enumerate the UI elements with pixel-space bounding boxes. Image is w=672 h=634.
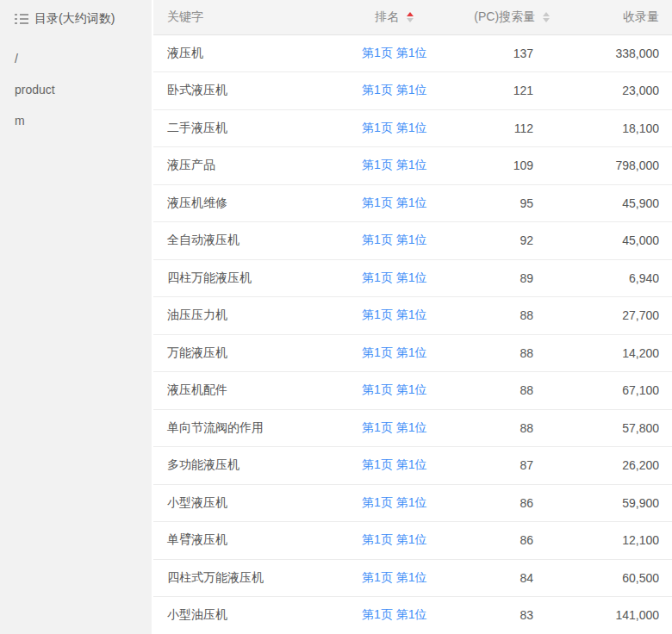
column-header-indexed-label: 收录量 bbox=[623, 9, 659, 23]
keyword-cell: 卧式液压机 bbox=[153, 72, 342, 110]
search-volume-cell: 112 bbox=[446, 109, 563, 147]
indexed-cell: 45,900 bbox=[563, 184, 672, 222]
sidebar-item[interactable]: product bbox=[0, 74, 152, 105]
keyword-cell: 液压产品 bbox=[153, 147, 342, 185]
rank-cell: 第1页 第1位 bbox=[342, 259, 446, 297]
table-row: 液压机 第1页 第1位 137 338,000 bbox=[153, 34, 672, 72]
indexed-cell: 60,500 bbox=[563, 559, 672, 597]
sort-asc-icon[interactable] bbox=[407, 12, 414, 16]
rank-cell: 第1页 第1位 bbox=[342, 72, 446, 110]
sort-desc-icon[interactable] bbox=[407, 18, 414, 22]
rank-sort-control[interactable] bbox=[407, 12, 414, 22]
table-row: 小型油压机 第1页 第1位 83 141,000 bbox=[153, 597, 672, 634]
rank-link[interactable]: 第1页 第1位 bbox=[362, 495, 426, 509]
rank-link[interactable]: 第1页 第1位 bbox=[362, 607, 426, 621]
search-volume-cell: 89 bbox=[446, 259, 563, 297]
rank-link[interactable]: 第1页 第1位 bbox=[362, 457, 426, 471]
rank-cell: 第1页 第1位 bbox=[342, 522, 446, 560]
search-volume-cell: 88 bbox=[446, 334, 563, 372]
sort-desc-icon[interactable] bbox=[543, 18, 550, 22]
keyword-cell: 单臂液压机 bbox=[153, 522, 342, 560]
search-volume-cell: 83 bbox=[446, 597, 563, 634]
rank-cell: 第1页 第1位 bbox=[342, 184, 446, 222]
rank-link[interactable]: 第1页 第1位 bbox=[362, 46, 426, 59]
sidebar-title: 目录(大约词数) bbox=[0, 0, 152, 27]
rank-link[interactable]: 第1页 第1位 bbox=[362, 570, 426, 584]
keyword-cell: 液压机配件 bbox=[153, 372, 342, 410]
directory-list: /productm bbox=[0, 43, 152, 136]
rank-cell: 第1页 第1位 bbox=[342, 409, 446, 447]
rank-cell: 第1页 第1位 bbox=[342, 484, 446, 522]
indexed-cell: 18,100 bbox=[563, 109, 672, 147]
rank-cell: 第1页 第1位 bbox=[342, 372, 446, 410]
keyword-cell: 小型液压机 bbox=[153, 484, 342, 522]
rank-link[interactable]: 第1页 第1位 bbox=[362, 420, 426, 434]
rank-link[interactable]: 第1页 第1位 bbox=[362, 233, 426, 246]
indexed-cell: 14,200 bbox=[563, 334, 672, 372]
keyword-cell: 四柱万能液压机 bbox=[153, 259, 342, 297]
keyword-cell: 液压机维修 bbox=[153, 184, 342, 222]
table-row: 液压机维修 第1页 第1位 95 45,900 bbox=[153, 184, 672, 222]
table-row: 多功能液压机 第1页 第1位 87 26,200 bbox=[153, 447, 672, 485]
rank-cell: 第1页 第1位 bbox=[342, 222, 446, 260]
search-volume-cell: 86 bbox=[446, 522, 563, 560]
directory-sidebar: 目录(大约词数) /productm bbox=[0, 0, 153, 634]
table-row: 万能液压机 第1页 第1位 88 14,200 bbox=[153, 334, 672, 372]
sort-asc-icon[interactable] bbox=[543, 12, 550, 16]
keyword-cell: 单向节流阀的作用 bbox=[153, 409, 342, 447]
keywords-table: 关键字 排名 (PC)搜索量 bbox=[153, 0, 672, 634]
search-volume-cell: 88 bbox=[446, 372, 563, 410]
sidebar-item[interactable]: / bbox=[0, 43, 152, 74]
sidebar-title-label: 目录(大约词数) bbox=[34, 11, 115, 27]
rank-link[interactable]: 第1页 第1位 bbox=[362, 532, 426, 546]
rank-cell: 第1页 第1位 bbox=[342, 559, 446, 597]
table-row: 卧式液压机 第1页 第1位 121 23,000 bbox=[153, 72, 672, 110]
indexed-cell: 26,200 bbox=[563, 447, 672, 485]
search-volume-cell: 87 bbox=[446, 447, 563, 485]
search-volume-cell: 84 bbox=[446, 559, 563, 597]
search-volume-cell: 109 bbox=[446, 147, 563, 185]
search-volume-cell: 88 bbox=[446, 297, 563, 335]
rank-link[interactable]: 第1页 第1位 bbox=[362, 345, 426, 359]
rank-link[interactable]: 第1页 第1位 bbox=[362, 308, 426, 321]
keyword-table-panel: 关键字 排名 (PC)搜索量 bbox=[153, 0, 672, 634]
rank-cell: 第1页 第1位 bbox=[342, 447, 446, 485]
keyword-cell: 油压压力机 bbox=[153, 297, 342, 335]
table-row: 四柱万能液压机 第1页 第1位 89 6,940 bbox=[153, 259, 672, 297]
table-row: 全自动液压机 第1页 第1位 92 45,000 bbox=[153, 222, 672, 260]
table-row: 单向节流阀的作用 第1页 第1位 88 57,800 bbox=[153, 409, 672, 447]
indexed-cell: 798,000 bbox=[563, 147, 672, 185]
indexed-cell: 45,000 bbox=[563, 222, 672, 260]
indexed-cell: 27,700 bbox=[563, 297, 672, 335]
search-volume-cell: 121 bbox=[446, 72, 563, 110]
table-row: 液压机配件 第1页 第1位 88 67,100 bbox=[153, 372, 672, 410]
rank-link[interactable]: 第1页 第1位 bbox=[362, 83, 426, 96]
sidebar-item[interactable]: m bbox=[0, 105, 152, 136]
column-header-indexed: 收录量 bbox=[563, 0, 672, 34]
table-row: 小型液压机 第1页 第1位 86 59,900 bbox=[153, 484, 672, 522]
rank-cell: 第1页 第1位 bbox=[342, 297, 446, 335]
rank-cell: 第1页 第1位 bbox=[342, 34, 446, 72]
table-row: 四柱式万能液压机 第1页 第1位 84 60,500 bbox=[153, 559, 672, 597]
column-header-rank-label: 排名 bbox=[375, 9, 399, 25]
rank-cell: 第1页 第1位 bbox=[342, 597, 446, 634]
column-header-rank[interactable]: 排名 bbox=[342, 0, 446, 34]
rank-link[interactable]: 第1页 第1位 bbox=[362, 158, 426, 171]
indexed-cell: 23,000 bbox=[563, 72, 672, 110]
rank-link[interactable]: 第1页 第1位 bbox=[362, 270, 426, 284]
rank-link[interactable]: 第1页 第1位 bbox=[362, 121, 426, 134]
search-volume-cell: 137 bbox=[446, 34, 563, 72]
keyword-cell: 多功能液压机 bbox=[153, 447, 342, 485]
rank-cell: 第1页 第1位 bbox=[342, 147, 446, 185]
column-header-search-volume-label: (PC)搜索量 bbox=[474, 9, 535, 25]
rank-link[interactable]: 第1页 第1位 bbox=[362, 196, 426, 209]
column-header-search-volume[interactable]: (PC)搜索量 bbox=[446, 0, 563, 34]
search-volume-sort-control[interactable] bbox=[543, 12, 550, 22]
indexed-cell: 67,100 bbox=[563, 372, 672, 410]
rank-link[interactable]: 第1页 第1位 bbox=[362, 382, 426, 396]
search-volume-cell: 86 bbox=[446, 484, 563, 522]
list-icon bbox=[15, 14, 28, 24]
search-volume-cell: 92 bbox=[446, 222, 563, 260]
table-row: 液压产品 第1页 第1位 109 798,000 bbox=[153, 147, 672, 185]
indexed-cell: 141,000 bbox=[563, 597, 672, 634]
